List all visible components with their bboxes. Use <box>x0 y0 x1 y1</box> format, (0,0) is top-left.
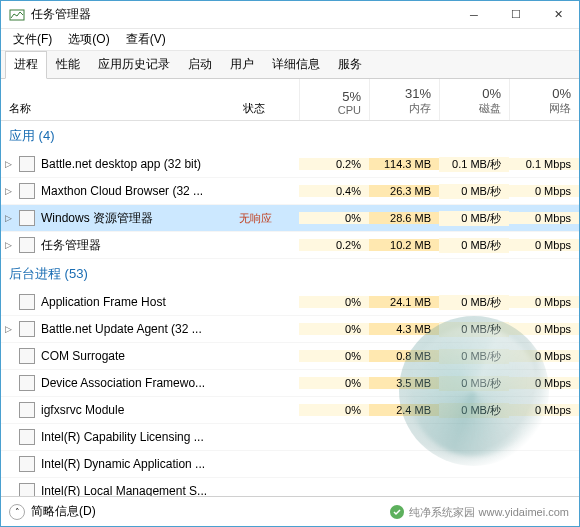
process-name: 任务管理器 <box>41 237 101 254</box>
process-row[interactable]: ▷Maxthon Cloud Browser (32 ...0.4%26.3 M… <box>1 178 579 205</box>
col-network[interactable]: 0% 网络 <box>509 79 579 120</box>
group-apps: 应用 (4) <box>1 121 579 151</box>
titlebar: 任务管理器 ─ ☐ ✕ <box>1 1 579 29</box>
process-name-cell: Windows 资源管理器 <box>15 210 239 227</box>
expand-icon[interactable]: ▷ <box>1 240 15 250</box>
mem-percent: 31% <box>405 86 431 101</box>
process-cpu: 0% <box>299 404 369 416</box>
fewer-details-link[interactable]: 简略信息(D) <box>31 503 96 520</box>
process-icon <box>19 483 35 496</box>
tab-services[interactable]: 服务 <box>329 51 371 78</box>
process-icon <box>19 321 35 337</box>
process-row[interactable]: Intel(R) Capability Licensing ... <box>1 424 579 451</box>
process-name-cell: Battle.net desktop app (32 bit) <box>15 156 239 172</box>
process-net: 0 Mbps <box>509 296 579 308</box>
process-disk: 0 MB/秒 <box>439 184 509 199</box>
process-cpu: 0.4% <box>299 185 369 197</box>
process-row[interactable]: ▷Battle.net Update Agent (32 ...0%4.3 MB… <box>1 316 579 343</box>
process-row[interactable]: ▷Battle.net desktop app (32 bit)0.2%114.… <box>1 151 579 178</box>
process-mem: 4.3 MB <box>369 323 439 335</box>
process-net: 0 Mbps <box>509 323 579 335</box>
process-row[interactable]: ▷Windows 资源管理器无响应0%28.6 MB0 MB/秒0 Mbps <box>1 205 579 232</box>
app-icon <box>9 7 25 23</box>
minimize-button[interactable]: ─ <box>453 1 495 29</box>
net-percent: 0% <box>552 86 571 101</box>
process-row[interactable]: Intel(R) Local Management S... <box>1 478 579 496</box>
process-name: Application Frame Host <box>41 295 166 309</box>
process-mem: 3.5 MB <box>369 377 439 389</box>
process-row[interactable]: COM Surrogate0%0.8 MB0 MB/秒0 Mbps <box>1 343 579 370</box>
process-icon <box>19 375 35 391</box>
process-disk: 0 MB/秒 <box>439 376 509 391</box>
menu-options[interactable]: 选项(O) <box>60 29 117 50</box>
mem-label: 内存 <box>409 101 431 116</box>
process-icon <box>19 210 35 226</box>
close-button[interactable]: ✕ <box>537 1 579 29</box>
process-icon <box>19 294 35 310</box>
process-name-cell: Intel(R) Local Management S... <box>15 483 239 496</box>
maximize-button[interactable]: ☐ <box>495 1 537 29</box>
process-icon <box>19 183 35 199</box>
col-name[interactable]: 名称 <box>1 79 239 120</box>
process-name-cell: Battle.net Update Agent (32 ... <box>15 321 239 337</box>
process-mem: 2.4 MB <box>369 404 439 416</box>
process-net: 0 Mbps <box>509 377 579 389</box>
process-icon <box>19 429 35 445</box>
task-manager-window: 任务管理器 ─ ☐ ✕ 文件(F) 选项(O) 查看(V) 进程 性能 应用历史… <box>0 0 580 527</box>
process-mem: 0.8 MB <box>369 350 439 362</box>
process-cpu: 0.2% <box>299 158 369 170</box>
process-cpu: 0% <box>299 212 369 224</box>
process-name: Maxthon Cloud Browser (32 ... <box>41 184 203 198</box>
tab-users[interactable]: 用户 <box>221 51 263 78</box>
process-mem: 24.1 MB <box>369 296 439 308</box>
tab-startup[interactable]: 启动 <box>179 51 221 78</box>
process-cpu: 0% <box>299 323 369 335</box>
process-name: Intel(R) Local Management S... <box>41 484 207 496</box>
process-row[interactable]: Intel(R) Dynamic Application ... <box>1 451 579 478</box>
col-memory[interactable]: 31% 内存 <box>369 79 439 120</box>
process-row[interactable]: Application Frame Host0%24.1 MB0 MB/秒0 M… <box>1 289 579 316</box>
process-name-cell: Intel(R) Capability Licensing ... <box>15 429 239 445</box>
footer: ˄ 简略信息(D) <box>1 496 579 526</box>
menubar: 文件(F) 选项(O) 查看(V) <box>1 29 579 51</box>
process-list[interactable]: 应用 (4) ▷Battle.net desktop app (32 bit)0… <box>1 121 579 496</box>
cpu-percent: 5% <box>342 89 361 104</box>
process-cpu: 0% <box>299 350 369 362</box>
chevron-up-icon[interactable]: ˄ <box>9 504 25 520</box>
expand-icon[interactable]: ▷ <box>1 324 15 334</box>
process-name: COM Surrogate <box>41 349 125 363</box>
process-disk: 0 MB/秒 <box>439 295 509 310</box>
expand-icon[interactable]: ▷ <box>1 213 15 223</box>
column-headers: 名称 状态 5% CPU 31% 内存 0% 磁盘 0% 网络 <box>1 79 579 121</box>
process-disk: 0 MB/秒 <box>439 322 509 337</box>
process-icon <box>19 402 35 418</box>
net-label: 网络 <box>549 101 571 116</box>
process-row[interactable]: Device Association Framewo...0%3.5 MB0 M… <box>1 370 579 397</box>
expand-icon[interactable]: ▷ <box>1 159 15 169</box>
cpu-label: CPU <box>338 104 361 116</box>
col-disk[interactable]: 0% 磁盘 <box>439 79 509 120</box>
process-icon <box>19 237 35 253</box>
tab-details[interactable]: 详细信息 <box>263 51 329 78</box>
menu-file[interactable]: 文件(F) <box>5 29 60 50</box>
process-net: 0 Mbps <box>509 185 579 197</box>
process-name-cell: igfxsrvc Module <box>15 402 239 418</box>
expand-icon[interactable]: ▷ <box>1 186 15 196</box>
tab-performance[interactable]: 性能 <box>47 51 89 78</box>
window-title: 任务管理器 <box>31 6 453 23</box>
col-status[interactable]: 状态 <box>239 79 299 120</box>
process-row[interactable]: igfxsrvc Module0%2.4 MB0 MB/秒0 Mbps <box>1 397 579 424</box>
svg-rect-0 <box>10 10 24 20</box>
menu-view[interactable]: 查看(V) <box>118 29 174 50</box>
process-status: 无响应 <box>239 211 299 226</box>
process-disk: 0 MB/秒 <box>439 211 509 226</box>
tab-processes[interactable]: 进程 <box>5 51 47 79</box>
process-name: Battle.net desktop app (32 bit) <box>41 157 201 171</box>
process-net: 0 Mbps <box>509 239 579 251</box>
process-icon <box>19 156 35 172</box>
tab-app-history[interactable]: 应用历史记录 <box>89 51 179 78</box>
process-disk: 0.1 MB/秒 <box>439 157 509 172</box>
process-name: Intel(R) Capability Licensing ... <box>41 430 204 444</box>
process-row[interactable]: ▷任务管理器0.2%10.2 MB0 MB/秒0 Mbps <box>1 232 579 259</box>
col-cpu[interactable]: 5% CPU <box>299 79 369 120</box>
